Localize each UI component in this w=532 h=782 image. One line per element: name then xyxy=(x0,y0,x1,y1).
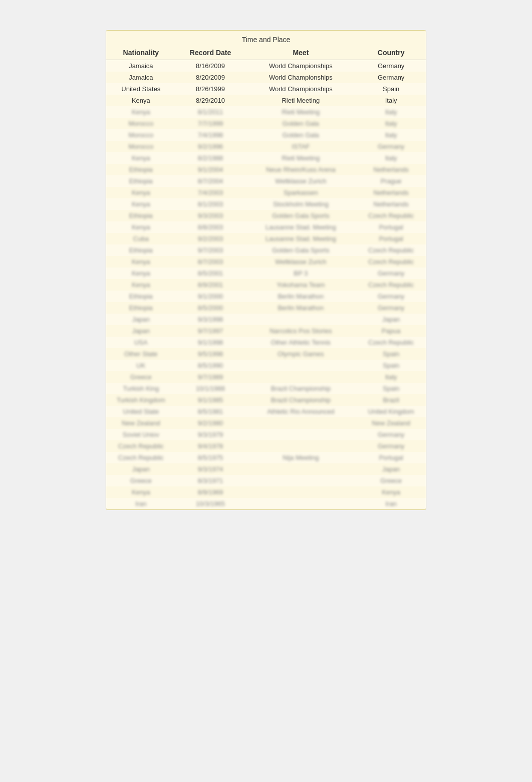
meet-cell: Yokohama Team xyxy=(245,280,356,290)
table-row: Ethiopia9/1/2004Neue Rhein/Kuss ArenaNet… xyxy=(106,164,426,175)
nationality-cell: Ethiopia xyxy=(106,165,176,174)
date-cell: 9/4/1978 xyxy=(176,441,245,451)
country-cell: Czech Republic xyxy=(356,338,426,347)
nationality-cell: Kenya xyxy=(106,487,176,497)
table-row: Cuba9/2/2003Lausanne Stad. MeetingPortug… xyxy=(106,233,426,244)
nationality-cell: Kenya xyxy=(106,269,176,278)
table-row: Ethiopia9/1/2000Berlin MarathonGermany xyxy=(106,291,426,302)
country-cell: Czech Republic xyxy=(356,257,426,267)
table-row: Kenya8/5/2001BP 3Germany xyxy=(106,268,426,279)
meet-cell: Weltklasse Zurich xyxy=(245,257,356,267)
date-cell: 9/3/1998 xyxy=(176,315,245,324)
meet-cell: World Championships xyxy=(245,73,356,82)
meet-cell: Golden Gala xyxy=(245,130,356,140)
country-cell: Germany xyxy=(356,61,426,71)
country-cell: Italy xyxy=(356,372,426,382)
date-cell: 8/5/1990 xyxy=(176,361,245,370)
nationality-cell: UK xyxy=(106,361,176,370)
country-cell: Japan xyxy=(356,315,426,324)
table-row: Morocco7/7/1999Golden GalaItaly xyxy=(106,118,426,129)
meet-cell: BP 3 xyxy=(245,269,356,278)
nationality-cell: Greece xyxy=(106,476,176,485)
meet-cell: Weltklasse Zurich xyxy=(245,176,356,186)
date-cell: 8/1/2003 xyxy=(176,199,245,209)
meet-cell xyxy=(245,430,356,439)
date-cell: 9/5/1998 xyxy=(176,349,245,359)
date-cell: 9/2/1996 xyxy=(176,142,245,151)
date-cell: 8/8/2003 xyxy=(176,222,245,232)
nationality-cell: Jamaica xyxy=(106,61,176,71)
nationality-cell: Ethiopia xyxy=(106,245,176,255)
country-cell: Netherlands xyxy=(356,165,426,174)
country-cell: Spain xyxy=(356,361,426,370)
country-cell: Prague xyxy=(356,176,426,186)
country-cell: Czech Republic xyxy=(356,211,426,220)
meet-cell xyxy=(245,487,356,497)
nationality-cell: United States xyxy=(106,84,176,94)
country-cell: Czech Republic xyxy=(356,245,426,255)
date-cell: 7/7/1999 xyxy=(176,119,245,128)
table-body: Jamaica8/16/2009World ChampionshipsGerma… xyxy=(106,60,426,509)
country-cell: Netherlands xyxy=(356,199,426,209)
date-cell: 8/5/1981 xyxy=(176,407,245,416)
date-cell: 9/1/1985 xyxy=(176,395,245,405)
table-row: Morocco9/2/1996ISTAFGermany xyxy=(106,141,426,152)
country-cell: Czech Republic xyxy=(356,280,426,290)
meet-cell: Lausanne Stad. Meeting xyxy=(245,222,356,232)
country-cell: Brazil xyxy=(356,395,426,405)
date-cell: 8/1/2011 xyxy=(176,107,245,117)
date-cell: 9/1/2000 xyxy=(176,292,245,301)
meet-cell: Athletic Rio Announced xyxy=(245,407,356,416)
nationality-cell: Morocco xyxy=(106,130,176,140)
country-cell: Portugal xyxy=(356,234,426,243)
date-cell: 9/2/2003 xyxy=(176,234,245,243)
nationality-cell: Kenya xyxy=(106,199,176,209)
country-cell: Japan xyxy=(356,464,426,474)
nationality-cell: Ethiopia xyxy=(106,303,176,313)
meet-cell xyxy=(245,499,356,508)
country-cell: Kenya xyxy=(356,487,426,497)
table-row: Soviet Uniov9/3/1979Germany xyxy=(106,429,426,440)
nationality-cell: Ethiopia xyxy=(106,211,176,220)
nationality-cell: Greece xyxy=(106,372,176,382)
table-row: Jamaica8/16/2009World ChampionshipsGerma… xyxy=(106,60,426,72)
meet-cell: Berlin Marathon xyxy=(245,292,356,301)
table-row: Kenya8/29/2010Rieti MeetingItaly xyxy=(106,95,426,106)
country-cell: Spain xyxy=(356,384,426,393)
date-cell: 8/26/1999 xyxy=(176,84,245,94)
meet-cell: Rieti Meeting xyxy=(245,153,356,163)
date-cell: 9/3/1974 xyxy=(176,464,245,474)
country-cell: Germany xyxy=(356,269,426,278)
meet-cell: Golden Gala Sports xyxy=(245,211,356,220)
date-cell: 8/5/2000 xyxy=(176,303,245,313)
meet-cell: Lausanne Stad. Meeting xyxy=(245,234,356,243)
country-cell: Italy xyxy=(356,119,426,128)
meet-cell: Rieti Meeting xyxy=(245,96,356,105)
table-row: Jamaica8/20/2009World ChampionshipsGerma… xyxy=(106,72,426,83)
country-cell: Portugal xyxy=(356,222,426,232)
nationality-cell: Kenya xyxy=(106,280,176,290)
nationality-cell: Kenya xyxy=(106,222,176,232)
nationality-cell: Czech Republic xyxy=(106,441,176,451)
nationality-cell: Ethiopia xyxy=(106,292,176,301)
table-row: Ethiopia9/7/2003Golden Gala SportsCzech … xyxy=(106,244,426,256)
table-row: UK8/5/1990Spain xyxy=(106,360,426,371)
table-row: Kenya8/8/2003Lausanne Stad. MeetingPortu… xyxy=(106,221,426,233)
date-cell: 8/5/2001 xyxy=(176,269,245,278)
meet-header: Meet xyxy=(245,48,356,58)
date-cell: 9/1/2004 xyxy=(176,165,245,174)
nationality-cell: Kenya xyxy=(106,257,176,267)
table-row: Greece8/3/1971Greece xyxy=(106,475,426,486)
table-row: Japan9/3/1974Japan xyxy=(106,463,426,475)
meet-cell: Brazil Championship xyxy=(245,395,356,405)
date-cell: 8/9/1969 xyxy=(176,487,245,497)
results-table: Time and Place Nationality Record Date M… xyxy=(106,30,426,510)
nationality-cell: USA xyxy=(106,338,176,347)
table-row: USA9/1/1998Other Athletic TennisCzech Re… xyxy=(106,337,426,348)
nationality-cell: Czech Republic xyxy=(106,453,176,462)
table-row: United State8/5/1981Athletic Rio Announc… xyxy=(106,406,426,417)
nationality-cell: Other State xyxy=(106,349,176,359)
meet-cell: Rieti Meeting xyxy=(245,107,356,117)
nationality-cell: Morocco xyxy=(106,119,176,128)
table-row: Czech Republic9/4/1978Germany xyxy=(106,440,426,452)
